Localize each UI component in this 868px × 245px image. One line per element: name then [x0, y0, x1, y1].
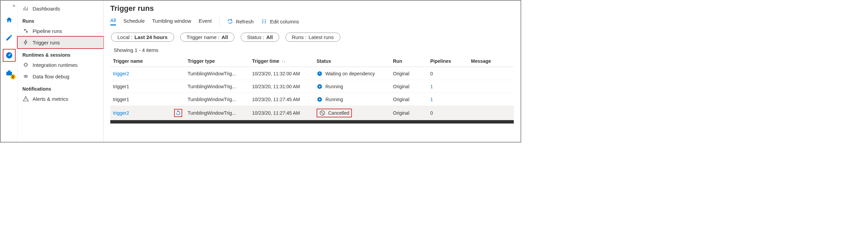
- app-root: » 2 Dashboards Runs Pipeline runs Trigge…: [0, 0, 521, 143]
- filter-status[interactable]: Status :All: [241, 33, 279, 42]
- pipelines-count[interactable]: 1: [430, 84, 433, 89]
- tab-tumbling[interactable]: Tumbling window: [152, 18, 191, 25]
- gauge-icon: [5, 52, 13, 59]
- cell-trigger-type: TumblingWindowTrig...: [188, 71, 252, 76]
- table-row[interactable]: trigger1TumblingWindowTrig...10/23/20, 1…: [110, 93, 514, 106]
- cell-trigger-name: trigger2: [113, 109, 188, 117]
- sidebar-section-runs: Runs: [18, 14, 103, 25]
- main-area: Trigger runs All Schedule Tumbling windo…: [103, 1, 521, 142]
- trigger-icon: [22, 39, 29, 46]
- cell-pipelines: 0: [430, 71, 471, 76]
- table-row[interactable]: trigger1TumblingWindowTrig...10/23/20, 1…: [110, 80, 514, 93]
- status-text: Cancelled: [328, 110, 349, 116]
- rail-author[interactable]: [3, 32, 15, 43]
- grid-header: Trigger name Trigger type Trigger time↑↓…: [110, 56, 514, 67]
- cell-trigger-type: TumblingWindowTrig...: [188, 110, 252, 116]
- status-text: Running: [325, 97, 343, 102]
- rerun-button[interactable]: [174, 109, 182, 117]
- cell-trigger-name: trigger1: [113, 84, 188, 89]
- home-icon: [5, 16, 13, 24]
- sidebar-label: Data flow debug: [33, 74, 69, 79]
- cell-trigger-type: TumblingWindowTrig...: [188, 97, 252, 102]
- table-row[interactable]: trigger2 TumblingWindowTrig...10/23/20, …: [110, 106, 514, 120]
- svg-point-1: [8, 55, 10, 56]
- sidebar-label: Pipeline runs: [33, 28, 62, 34]
- dashboard-icon: [22, 5, 29, 12]
- sidebar-label: Alerts & metrics: [33, 96, 68, 102]
- sidebar: Dashboards Runs Pipeline runs Trigger ru…: [18, 1, 103, 142]
- alert-icon: [22, 95, 29, 102]
- trigger-name-text[interactable]: trigger2: [113, 71, 129, 76]
- page-title: Trigger runs: [103, 3, 521, 17]
- sort-arrows-icon: ↑↓: [281, 59, 285, 64]
- status-badge: Running: [317, 96, 390, 102]
- columns-icon: [261, 18, 267, 24]
- cell-run: Original: [393, 97, 430, 102]
- cell-status: Waiting on dependency: [317, 71, 393, 77]
- tab-all[interactable]: All: [110, 17, 116, 25]
- table-row[interactable]: trigger2TumblingWindowTrig...10/23/20, 1…: [110, 67, 514, 80]
- filter-label: Status :: [247, 34, 264, 40]
- col-status[interactable]: Status: [317, 58, 393, 64]
- sidebar-alerts-metrics[interactable]: Alerts & metrics: [18, 93, 103, 105]
- sidebar-integration-runtimes[interactable]: Integration runtimes: [18, 59, 103, 71]
- sidebar-trigger-runs[interactable]: Trigger runs: [18, 37, 103, 48]
- showing-count: Showing 1 - 4 items: [103, 47, 521, 56]
- edit-columns-button[interactable]: Edit columns: [261, 18, 299, 24]
- svg-point-4: [25, 76, 26, 77]
- rail-manage[interactable]: 2: [3, 67, 15, 79]
- col-run[interactable]: Run: [393, 58, 430, 64]
- pipelines-count: 0: [430, 71, 433, 76]
- pencil-icon: [5, 34, 13, 41]
- cell-status: Running: [317, 83, 393, 90]
- refresh-button[interactable]: Refresh: [227, 18, 254, 24]
- sidebar-section-runtimes: Runtimes & sessions: [18, 48, 103, 59]
- filter-value: All: [222, 34, 228, 40]
- cell-run: Original: [393, 84, 430, 89]
- status-text: Waiting on dependency: [325, 71, 375, 76]
- sidebar-dataflow-debug[interactable]: Data flow debug: [18, 71, 103, 82]
- rail-monitor[interactable]: [3, 50, 15, 61]
- col-pipelines[interactable]: Pipelines: [430, 58, 471, 64]
- pipeline-icon: [22, 27, 29, 34]
- sidebar-section-notifications: Notifications: [18, 82, 103, 93]
- filter-value: Latest runs: [308, 34, 334, 40]
- cell-trigger-time: 10/23/20, 11:27:45 AM: [252, 110, 317, 116]
- col-trigger-type[interactable]: Trigger type: [188, 58, 252, 64]
- grid-body: trigger2TumblingWindowTrig...10/23/20, 1…: [110, 67, 514, 120]
- sidebar-pipeline-runs[interactable]: Pipeline runs: [18, 25, 103, 37]
- cell-trigger-time: 10/23/20, 11:27:45 AM: [252, 97, 317, 102]
- filter-value: All: [266, 34, 273, 40]
- filter-trigger-name[interactable]: Trigger name :All: [180, 33, 234, 42]
- filter-label: Local :: [117, 34, 132, 40]
- filter-bar: Local :Last 24 hours Trigger name :All S…: [103, 29, 521, 47]
- cell-pipelines: 1: [430, 84, 471, 89]
- cell-pipelines: 1: [430, 97, 471, 102]
- pipelines-count: 0: [430, 110, 433, 116]
- tab-schedule[interactable]: Schedule: [124, 18, 145, 25]
- results-grid: Trigger name Trigger type Trigger time↑↓…: [103, 56, 521, 120]
- svg-line-9: [321, 112, 324, 115]
- separator: [219, 17, 220, 26]
- filter-runs[interactable]: Runs :Latest runs: [285, 33, 340, 42]
- col-trigger-name[interactable]: Trigger name: [113, 58, 188, 64]
- rail-home[interactable]: [3, 14, 15, 26]
- cell-status: Cancelled: [317, 109, 393, 117]
- filter-local[interactable]: Local :Last 24 hours: [111, 33, 174, 42]
- sidebar-dashboards[interactable]: Dashboards: [18, 3, 103, 14]
- trigger-name-text[interactable]: trigger2: [113, 110, 129, 116]
- col-trigger-time[interactable]: Trigger time↑↓: [252, 58, 317, 64]
- integration-icon: [22, 61, 29, 68]
- pipelines-count[interactable]: 1: [430, 97, 433, 102]
- expand-collapse-chevron-icon[interactable]: »: [13, 3, 17, 8]
- sidebar-label: Trigger runs: [33, 40, 60, 45]
- svg-rect-3: [8, 71, 10, 72]
- status-text: Running: [325, 84, 343, 89]
- cell-run: Original: [393, 110, 430, 116]
- col-message[interactable]: Message: [471, 58, 511, 64]
- cell-run: Original: [393, 71, 430, 76]
- tab-event[interactable]: Event: [199, 18, 212, 25]
- cell-trigger-name: trigger1: [113, 97, 188, 102]
- horizontal-scrollbar[interactable]: [110, 120, 514, 124]
- cell-trigger-name: trigger2: [113, 71, 188, 76]
